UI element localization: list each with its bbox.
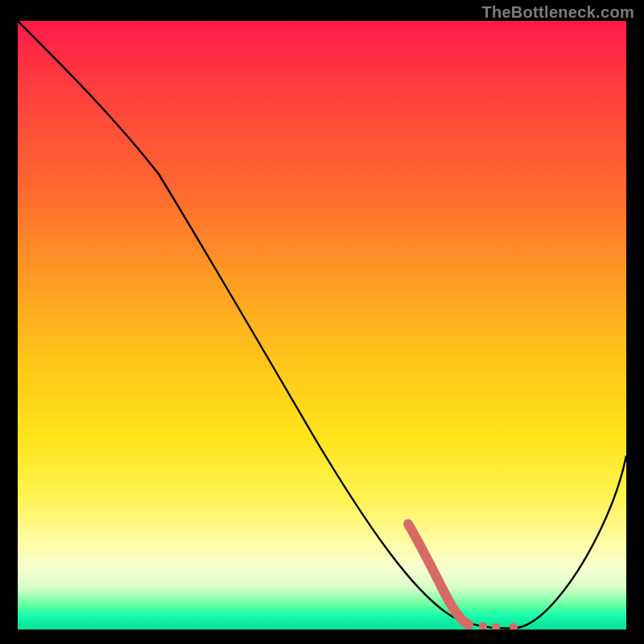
accent-segment: [408, 524, 469, 625]
accent-dot: [479, 622, 487, 630]
bottleneck-curve: [18, 21, 626, 628]
curve-layer: [18, 21, 626, 630]
watermark-text: TheBottleneck.com: [481, 3, 634, 22]
chart-frame: TheBottleneck.com: [0, 0, 644, 644]
accent-dot: [492, 623, 500, 630]
accent-dot: [510, 623, 518, 630]
plot-area: [18, 21, 626, 630]
accent-dot: [464, 620, 473, 630]
